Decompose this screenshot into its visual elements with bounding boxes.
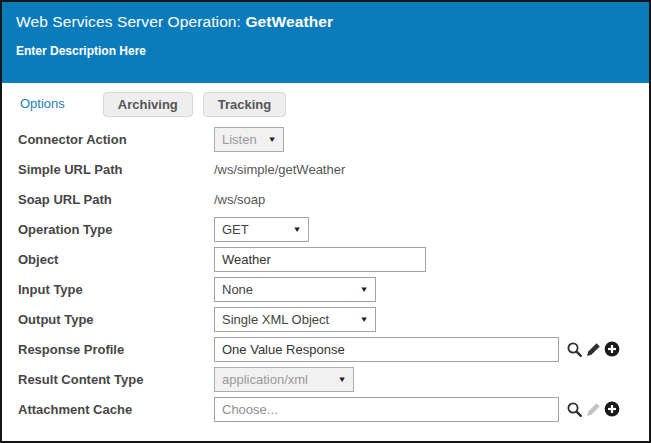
page-title: Web Services Server Operation: GetWeathe…	[16, 13, 635, 31]
soap-url-path-value: /ws/soap	[214, 192, 265, 207]
output-type-select[interactable]: Single XML Object ▼	[214, 307, 376, 332]
simple-url-path-value: /ws/simple/getWeather	[214, 162, 345, 177]
options-form: Connector Action Listen ▼ Simple URL Pat…	[2, 124, 649, 424]
form-row-attachment-cache: Attachment Cache	[2, 394, 649, 424]
form-row-simple-url-path: Simple URL Path /ws/simple/getWeather	[2, 154, 649, 184]
attachment-cache-input[interactable]	[214, 397, 559, 422]
form-row-connector-action: Connector Action Listen ▼	[2, 124, 649, 154]
input-type-value: None	[222, 282, 253, 297]
form-row-object: Object	[2, 244, 649, 274]
caret-down-icon: ▼	[359, 315, 368, 324]
page-title-prefix: Web Services Server Operation:	[16, 13, 245, 30]
operation-type-value: GET	[222, 222, 249, 237]
result-content-type-select: application/xml ▼	[214, 367, 354, 392]
form-row-operation-type: Operation Type GET ▼	[2, 214, 649, 244]
search-icon[interactable]	[565, 400, 583, 418]
result-content-type-value: application/xml	[222, 372, 308, 387]
output-type-value: Single XML Object	[222, 312, 329, 327]
attachment-cache-actions	[564, 400, 621, 418]
panel-header: Web Services Server Operation: GetWeathe…	[2, 2, 649, 83]
connector-action-value: Listen	[222, 132, 257, 147]
tab-options[interactable]: Options	[16, 92, 85, 115]
object-label: Object	[18, 252, 214, 267]
add-icon[interactable]	[603, 340, 621, 358]
caret-down-icon: ▼	[267, 135, 276, 144]
caret-down-icon: ▼	[359, 285, 368, 294]
caret-down-icon: ▼	[292, 225, 301, 234]
operation-type-label: Operation Type	[18, 222, 214, 237]
input-type-label: Input Type	[18, 282, 214, 297]
attachment-cache-label: Attachment Cache	[18, 402, 214, 417]
form-row-result-content-type: Result Content Type application/xml ▼	[2, 364, 649, 394]
edit-pencil-icon-disabled	[584, 400, 602, 418]
input-type-select[interactable]: None ▼	[214, 277, 376, 302]
form-row-soap-url-path: Soap URL Path /ws/soap	[2, 184, 649, 214]
form-row-response-profile: Response Profile	[2, 334, 649, 364]
form-row-output-type: Output Type Single XML Object ▼	[2, 304, 649, 334]
edit-pencil-icon[interactable]	[584, 340, 602, 358]
form-row-input-type: Input Type None ▼	[2, 274, 649, 304]
operation-panel: Web Services Server Operation: GetWeathe…	[0, 0, 651, 443]
object-input[interactable]	[214, 247, 426, 272]
connector-action-select: Listen ▼	[214, 127, 284, 152]
response-profile-input[interactable]	[214, 337, 559, 362]
caret-down-icon: ▼	[337, 375, 346, 384]
operation-type-select[interactable]: GET ▼	[214, 217, 309, 242]
tab-bar: Options Archiving Tracking	[16, 92, 649, 117]
result-content-type-label: Result Content Type	[18, 372, 214, 387]
response-profile-label: Response Profile	[18, 342, 214, 357]
description-placeholder[interactable]: Enter Description Here	[16, 44, 635, 58]
tab-tracking[interactable]: Tracking	[203, 92, 286, 117]
operation-name: GetWeather	[245, 13, 333, 30]
search-icon[interactable]	[565, 340, 583, 358]
output-type-label: Output Type	[18, 312, 214, 327]
connector-action-label: Connector Action	[18, 132, 214, 147]
simple-url-path-label: Simple URL Path	[18, 162, 214, 177]
soap-url-path-label: Soap URL Path	[18, 192, 214, 207]
add-icon[interactable]	[603, 400, 621, 418]
response-profile-actions	[564, 340, 621, 358]
tab-archiving[interactable]: Archiving	[103, 92, 193, 117]
